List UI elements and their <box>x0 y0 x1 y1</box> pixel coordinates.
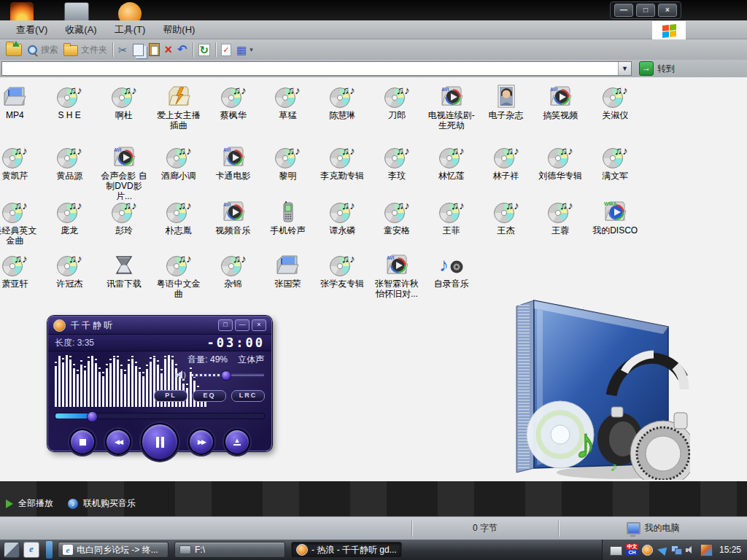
player-minimize-button[interactable]: — <box>235 319 249 331</box>
tray-display-icon[interactable] <box>700 544 713 556</box>
file-icon[interactable]: ♫♪林忆莲 <box>424 144 479 201</box>
file-icon[interactable]: WMA 我的DISCO <box>588 198 643 246</box>
stop-button[interactable] <box>69 429 96 455</box>
file-icon[interactable]: ♫♪刘德华专辑 <box>533 144 588 201</box>
close-button[interactable]: × <box>658 4 677 17</box>
computer-globe-icon[interactable] <box>64 2 89 20</box>
file-icon[interactable]: 讯雷下载 <box>97 252 152 299</box>
taskbar-handle[interactable] <box>46 541 53 559</box>
volume-slider[interactable] <box>191 373 264 377</box>
show-desktop-quicklaunch-icon[interactable] <box>4 542 20 558</box>
rewind-button[interactable]: ◀◀ <box>105 429 131 455</box>
file-icon[interactable]: ♫♪蔡枫华 <box>206 83 260 131</box>
file-icon[interactable]: ♫♪满文军 <box>588 144 643 201</box>
file-icon[interactable]: MP4 <box>0 83 42 131</box>
seek-knob[interactable] <box>87 411 98 422</box>
music-task-0[interactable]: 全部播放 <box>6 497 53 510</box>
file-icon[interactable]: 手机铃声 <box>260 198 315 246</box>
address-dropdown-button[interactable]: ▼ <box>618 62 631 75</box>
up-button[interactable] <box>6 44 22 56</box>
burning-disc-icon[interactable] <box>10 2 34 20</box>
tray-pointer-icon[interactable] <box>657 545 667 556</box>
file-icon[interactable]: ♫♪林子祥 <box>479 144 533 201</box>
taskbar-button-0[interactable]: e电白同乡论坛 -> 终... <box>58 542 169 558</box>
file-icon[interactable]: ♫♪许冠杰 <box>42 252 97 299</box>
menu-item-3[interactable]: 帮助(H) <box>154 21 204 39</box>
file-icon[interactable]: ♫♪王杰 <box>479 198 533 246</box>
menu-item-0[interactable]: 查看(V) <box>7 21 56 39</box>
tasks-button[interactable]: ✓ <box>221 44 231 56</box>
file-icon[interactable]: AVI 搞笑视频 <box>533 83 588 131</box>
search-button[interactable]: 搜索 <box>27 44 58 56</box>
cut-button[interactable]: ✂ <box>118 44 128 55</box>
refresh-button[interactable]: ↻ <box>198 44 211 56</box>
file-icon[interactable]: AVI 张智霖许秋怡怀旧对... <box>370 252 425 299</box>
player-close-button[interactable]: × <box>252 319 266 331</box>
tray-volume-icon[interactable] <box>686 545 697 556</box>
paste-button[interactable] <box>149 43 160 56</box>
orange-app-icon[interactable] <box>118 2 142 20</box>
lrc-button[interactable]: LRC <box>231 390 265 402</box>
file-icon[interactable]: ♫♪草猛 <box>260 83 315 131</box>
minimize-button[interactable]: — <box>614 4 633 17</box>
file-icon[interactable]: ♫♪朴志胤 <box>151 198 206 246</box>
views-button[interactable]: ▦▾ <box>236 44 253 55</box>
seek-bar[interactable] <box>55 413 265 419</box>
eq-button[interactable]: EQ <box>193 390 226 402</box>
file-icon[interactable]: ♫♪黄凯芹 <box>0 144 42 201</box>
file-icon[interactable]: ♫♪黄品源 <box>42 144 97 201</box>
file-icon[interactable]: ♫♪啊杜 <box>97 83 152 131</box>
file-icon[interactable]: ♫♪李玟 <box>370 144 425 201</box>
taskbar-button-1[interactable]: F:\ <box>174 542 285 558</box>
player-maximize-button[interactable]: □ <box>218 319 233 331</box>
file-icon[interactable]: ♫♪彭玲 <box>97 198 152 246</box>
restore-button[interactable]: □ <box>636 4 655 17</box>
player-title-bar[interactable]: 千千静听 □—× <box>48 316 271 335</box>
copy-button[interactable] <box>133 44 144 56</box>
delete-button[interactable]: × <box>165 44 173 55</box>
pl-button[interactable]: PL <box>154 390 187 402</box>
file-icon[interactable]: ♫♪庞龙 <box>42 198 97 246</box>
eject-button[interactable]: ▲ <box>224 429 250 455</box>
tray-keyboard-icon[interactable] <box>610 546 622 556</box>
file-icon[interactable]: ♫♪李克勤专辑 <box>315 144 370 201</box>
music-task-1[interactable]: ♪联机购买音乐 <box>68 497 136 510</box>
file-icon[interactable]: AVI 视频音乐 <box>206 198 260 246</box>
file-icon[interactable]: ♫♪S H E <box>42 83 97 131</box>
file-icon[interactable]: AVI 卡通电影 <box>206 144 260 201</box>
undo-button[interactable]: ↶ <box>177 44 187 55</box>
file-icon[interactable]: ♫♪王蓉 <box>533 198 588 246</box>
file-icon[interactable]: 张国荣 <box>260 252 315 299</box>
file-icon[interactable]: ♫♪刀郎 <box>370 83 425 131</box>
pause-button[interactable] <box>141 423 179 461</box>
file-icon[interactable]: ♫♪杂锦 <box>206 252 260 299</box>
file-icon[interactable]: ♫♪童安格 <box>370 198 425 246</box>
speaker-icon[interactable]: ) <box>175 370 186 380</box>
file-icon[interactable]: 爱上女主播插曲 <box>151 83 206 131</box>
file-icon[interactable]: ♫♪黎明 <box>260 144 315 201</box>
tray-network-icon[interactable] <box>671 545 682 556</box>
folders-button[interactable]: 文件夹 <box>63 43 107 56</box>
file-icon[interactable]: ♫♪粤语中文金曲 <box>151 252 206 299</box>
file-icon[interactable]: ♫♪美经典英文金曲 <box>0 198 42 246</box>
file-icon[interactable]: AVI 会声会影 自制DVD影片... <box>97 144 152 201</box>
file-icon[interactable]: ♫♪王菲 <box>424 198 479 246</box>
file-icon[interactable]: AVI 电视连续剧-生死劫 <box>424 83 479 131</box>
file-icon[interactable]: ♫♪关淑仪 <box>588 83 643 131</box>
tray-ttplayer-icon[interactable] <box>642 545 653 556</box>
volume-knob[interactable] <box>221 370 231 381</box>
file-icon[interactable]: ♫♪张学友专辑 <box>315 252 370 299</box>
address-input[interactable] <box>1 61 632 76</box>
tray-lang-icon[interactable]: 中文CH <box>626 544 638 556</box>
views-dropdown-icon[interactable]: ▾ <box>249 46 253 53</box>
file-icon[interactable]: 电子杂志 <box>479 83 533 131</box>
menu-item-1[interactable]: 收藏(A) <box>56 21 105 39</box>
file-icon[interactable]: ♪ 自录音乐 <box>424 252 479 299</box>
taskbar-button-2[interactable]: - 热浪 - 千千静听 gd... <box>291 542 402 558</box>
forward-button[interactable]: ▶▶ <box>188 429 214 455</box>
file-icon[interactable]: ♫♪陈慧琳 <box>315 83 370 131</box>
file-icon[interactable]: ♫♪谭永磷 <box>315 198 370 246</box>
file-icon[interactable]: ♫♪萧亚轩 <box>0 252 42 299</box>
go-button[interactable]: → 转到 <box>639 61 675 76</box>
launch-ie-quicklaunch-icon[interactable]: e <box>23 542 39 558</box>
